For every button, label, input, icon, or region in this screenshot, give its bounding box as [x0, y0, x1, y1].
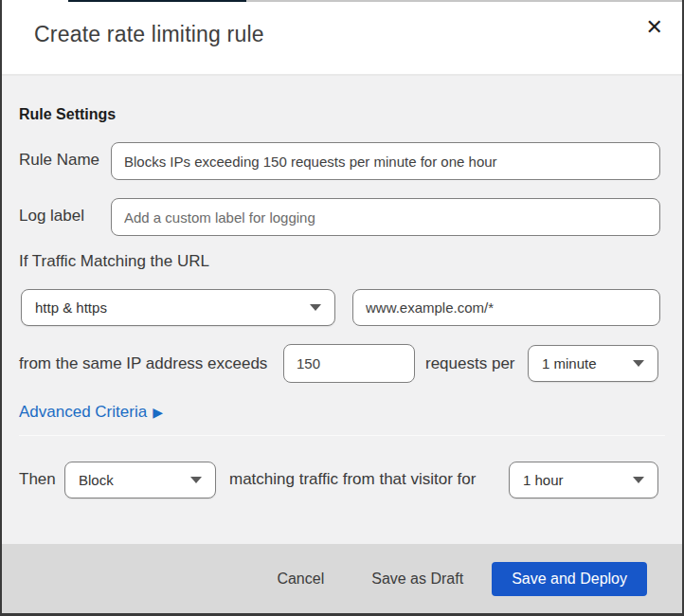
create-rate-limiting-rule-dialog: Create rate limiting rule ✕ Rule Setting… [0, 0, 684, 616]
rule-name-input[interactable] [111, 142, 660, 180]
background-page-strip-right [246, 0, 682, 2]
save-as-draft-button[interactable]: Save as Draft [368, 565, 467, 593]
dialog-title: Create rate limiting rule [34, 22, 264, 47]
chevron-down-icon [310, 304, 321, 311]
traffic-match-heading: If Traffic Matching the URL [19, 252, 209, 271]
log-label-label: Log label [19, 207, 84, 226]
action-select[interactable]: Block [64, 462, 216, 498]
close-icon[interactable]: ✕ [642, 13, 667, 42]
section-divider [19, 435, 665, 436]
action-select-value: Block [79, 472, 114, 488]
chevron-right-icon: ▶ [153, 405, 163, 420]
request-count-input[interactable] [283, 344, 415, 383]
rule-name-label: Rule Name [19, 151, 99, 170]
chevron-down-icon [633, 360, 644, 367]
threshold-prefix-text: from the same IP address exceeds [19, 354, 267, 373]
background-page-strip [68, 0, 246, 2]
cancel-button[interactable]: Cancel [273, 565, 328, 593]
scheme-select-value: http & https [35, 299, 107, 316]
rule-settings-heading: Rule Settings [19, 106, 116, 123]
advanced-criteria-link[interactable]: Advanced Criteria ▶ [19, 403, 163, 422]
duration-select[interactable]: 1 hour [509, 462, 658, 498]
scheme-select[interactable]: http & https [21, 289, 335, 326]
action-sentence-text: matching traffic from that visitor for [229, 470, 476, 489]
dialog-header: Create rate limiting rule ✕ [2, 0, 682, 76]
save-and-deploy-button[interactable]: Save and Deploy [492, 562, 647, 596]
then-label: Then [19, 470, 56, 489]
chevron-down-icon [190, 477, 202, 483]
period-select[interactable]: 1 minute [528, 345, 658, 382]
duration-select-value: 1 hour [523, 472, 564, 488]
threshold-middle-text: requests per [425, 354, 515, 373]
period-select-value: 1 minute [542, 355, 597, 371]
advanced-criteria-label: Advanced Criteria [19, 403, 147, 422]
log-label-input[interactable] [111, 198, 660, 236]
chevron-down-icon [633, 477, 644, 483]
dialog-footer: Cancel Save as Draft Save and Deploy [2, 544, 682, 613]
url-pattern-input[interactable] [352, 289, 660, 326]
